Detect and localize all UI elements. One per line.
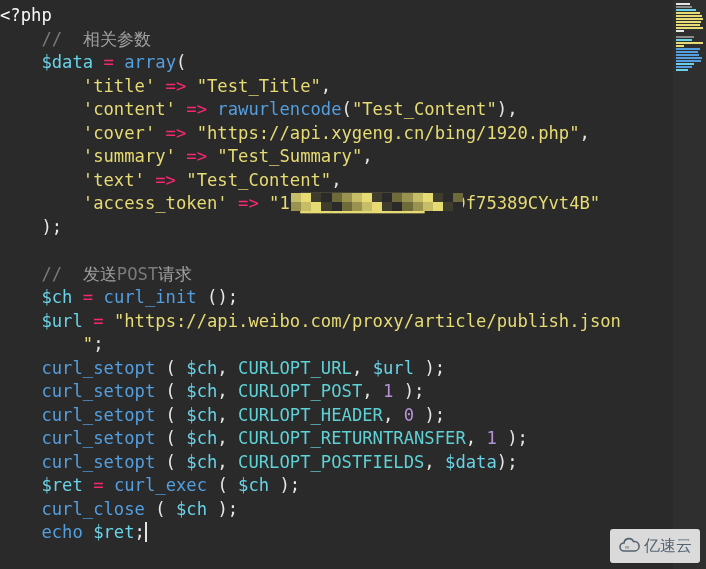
text-cursor [145, 522, 147, 542]
watermark-text: 亿速云 [644, 536, 692, 557]
minimap[interactable] [673, 0, 706, 569]
svg-text:∞: ∞ [625, 544, 629, 550]
code-block: <?php // 相关参数 $data = array( 'title' => … [0, 4, 673, 545]
cloud-icon: ∞ [618, 537, 640, 555]
watermark: ∞ 亿速云 [610, 529, 700, 563]
php-open-tag: <?php [0, 5, 52, 25]
access-token-value: "1 ████████████0600f75389CYvt4B" [269, 193, 600, 213]
code-editor: <?php // 相关参数 $data = array( 'title' => … [0, 0, 673, 569]
